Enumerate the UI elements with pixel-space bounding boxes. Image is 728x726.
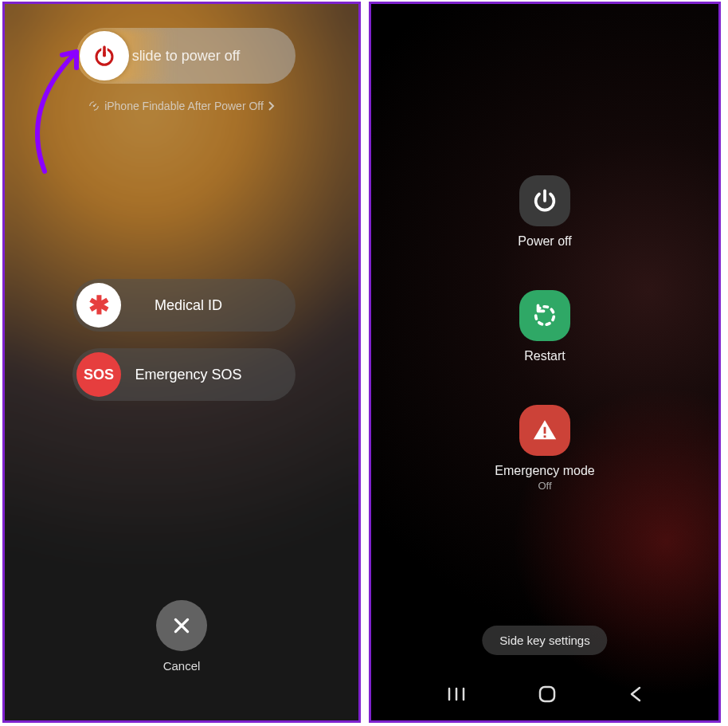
nav-back-button[interactable] (628, 686, 643, 705)
cancel-label: Cancel (156, 659, 207, 673)
side-key-label: Side key settings (499, 634, 589, 647)
chevron-right-icon (268, 101, 275, 111)
side-key-settings-button[interactable]: Side key settings (482, 626, 607, 655)
annotation-arrow-iphone (13, 36, 108, 179)
asterisk-icon: ✱ (88, 292, 110, 318)
cancel-circle[interactable] (156, 600, 207, 651)
emergency-sublabel: Off (538, 480, 551, 492)
android-emergency-button[interactable]: Emergency mode Off (495, 405, 594, 492)
cancel-button[interactable]: Cancel (156, 600, 207, 673)
emergency-sos-label: Emergency SOS (121, 367, 296, 383)
android-power-off-button[interactable]: Power off (518, 175, 571, 249)
restart-label: Restart (524, 349, 566, 363)
home-icon (538, 685, 556, 703)
medical-id-knob[interactable]: ✱ (76, 283, 121, 328)
sos-knob[interactable]: SOS (76, 352, 121, 397)
emergency-label: Emergency mode (495, 464, 594, 478)
svg-rect-6 (544, 435, 546, 438)
android-power-screen: Power off Restart Emergency mode Off Sid… (369, 2, 721, 723)
nav-recents-button[interactable] (447, 687, 466, 704)
medical-id-label: Medical ID (121, 297, 296, 314)
power-off-label: Power off (518, 234, 571, 249)
warning-icon (531, 417, 558, 444)
recents-icon (447, 687, 466, 701)
power-icon (531, 187, 558, 214)
back-icon (628, 686, 643, 702)
power-off-icon-bg (519, 175, 570, 226)
iphone-findable-text: iPhone Findable After Power Off (104, 100, 264, 112)
sos-knob-text: SOS (84, 367, 114, 383)
emergency-icon-bg (519, 405, 570, 456)
emergency-sos-slider[interactable]: SOS Emergency SOS (72, 348, 296, 401)
restart-icon (531, 302, 558, 329)
svg-rect-5 (544, 427, 546, 434)
medical-id-slider[interactable]: ✱ Medical ID (72, 279, 296, 332)
nav-home-button[interactable] (538, 685, 556, 706)
svg-rect-7 (540, 687, 554, 701)
restart-icon-bg (519, 290, 570, 341)
power-off-slider[interactable]: slide to power off (76, 28, 296, 84)
android-navbar (371, 685, 718, 706)
close-icon (171, 615, 192, 636)
iphone-power-screen: slide to power off iPhone Findable After… (2, 2, 361, 723)
android-restart-button[interactable]: Restart (519, 290, 570, 363)
